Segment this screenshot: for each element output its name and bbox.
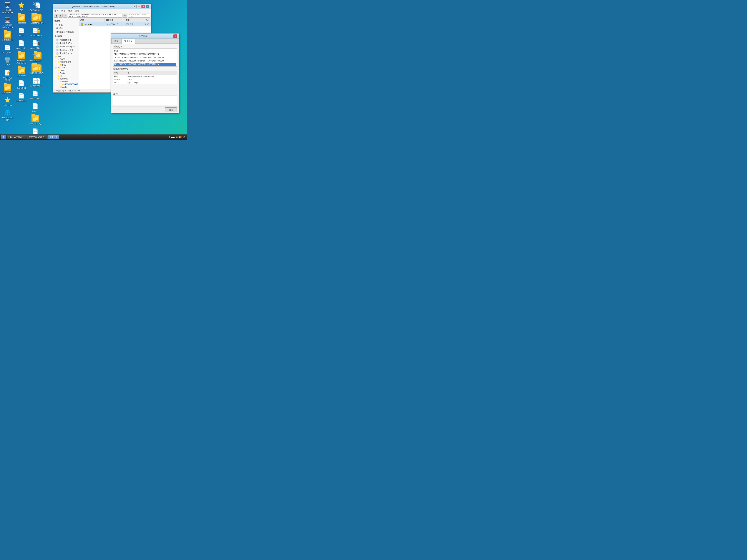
systembid-icon: 📄 xyxy=(18,92,25,99)
icon-systembid2[interactable]: 📄 system|Bd... xyxy=(29,39,42,50)
tab-security-catalog[interactable]: 安全目录 xyxy=(121,39,135,44)
up-button[interactable]: ↑ xyxy=(63,14,67,18)
ie-icon: 🌐 xyxy=(4,109,11,116)
tree-config[interactable]: 📁 config xyxy=(53,86,79,88)
txt-icon: 📝 xyxy=(4,69,11,76)
catalog-list[interactable]: 标记 1E6927D160C361C705D3C191868265B7DC1E2… xyxy=(113,49,177,67)
icon-systemlog[interactable]: 📄 system.LO... xyxy=(15,39,28,50)
icon-system-file[interactable]: 📄 system xyxy=(29,102,42,113)
icon-xinjian-txt[interactable]: 📝 新建文本文稿.txt xyxy=(1,68,14,82)
catalog-entry-label[interactable]: 标记 xyxy=(113,49,176,53)
sidebar-local-d[interactable]: 💿 本地磁盘 (D:) xyxy=(53,42,79,45)
explorer-sidebar: 收藏夹 ⬇ 下载 🖥 桌面 📌 最近访问的位置 这台电脑 xyxy=(53,18,79,89)
folder5-icon: 📁 xyxy=(18,67,25,74)
close-button[interactable]: ✕ xyxy=(141,5,145,8)
dialog-tabs: 常规 安全目录 xyxy=(111,39,179,44)
menu-view[interactable]: 查看 xyxy=(75,10,79,12)
tray-volume[interactable]: 🔊 xyxy=(176,136,178,138)
icon-zhitai[interactable]: 🖥️ 这台电脑添加注册.reg xyxy=(1,1,14,14)
tree-fonts[interactable]: 📁 Fonts xyxy=(53,72,79,75)
icon-xinjian5[interactable]: 📁 新建文件夹 xyxy=(15,66,28,77)
tray-lang[interactable]: 中 xyxy=(169,136,171,138)
col-header-name[interactable]: 名称 xyxy=(79,18,104,22)
tree-winboot[interactable]: 📁 Boot xyxy=(53,69,79,72)
icon-resources[interactable]: 📁 Resources xyxy=(15,14,28,25)
icon-kerneldrive[interactable]: 🔧 KernelDriv... xyxy=(29,51,42,62)
sidebar-download[interactable]: ⬇ 下载 xyxy=(53,23,79,26)
computer-section: 这台电脑 💿 Imgboot (C:) 💿 本地磁盘 (D:) 💿 PrimoC… xyxy=(53,34,79,89)
tree-f750-icon: 📂 xyxy=(62,83,64,85)
dialog-close-button[interactable]: ✕ xyxy=(174,34,177,38)
sidebar-primocache[interactable]: 💿 PrimoCache (E:) xyxy=(53,45,79,48)
tree-boot2[interactable]: 📁 BOOT xyxy=(53,63,79,66)
tray-network[interactable]: 📶 xyxy=(178,136,181,138)
menu-file[interactable]: 文件 xyxy=(54,10,58,12)
icon-bcd[interactable]: 📄 BCD{54df4... xyxy=(1,43,14,54)
icon-bcd54df2[interactable]: 📄 BCD{54df4... xyxy=(29,127,42,134)
ok-button[interactable]: 确定 xyxy=(165,107,177,112)
minimize-button[interactable]: ─ xyxy=(133,5,136,8)
search-box[interactable]: 搜索"{F750E6C3-38EE-11D1... xyxy=(128,14,150,18)
icon-jizhu[interactable]: 🖥️ 计算机注册表添加加.reg xyxy=(1,16,14,29)
sidebar-bootcamp[interactable]: 💿 BootCamp (F:) xyxy=(53,48,79,52)
icon-xinjian6[interactable]: 📁 新建文件夹 xyxy=(29,14,42,25)
col-header-type[interactable]: 类型 xyxy=(124,18,138,22)
taskbar-security[interactable]: 安全目录 xyxy=(48,135,59,139)
sidebar-desktop[interactable]: 🖥 桌面 xyxy=(53,26,79,30)
sidebar-imgboot[interactable]: 💿 Imgboot (C:) xyxy=(53,38,79,42)
tree-system32[interactable]: 📁 system32 xyxy=(53,77,79,80)
tab-general[interactable]: 常规 xyxy=(111,39,121,44)
catalog-entry-3[interactable]: 67A64B089AF3CDBC016932FB1AB644C7FF9A5EF4… xyxy=(113,59,176,62)
col-header-size[interactable]: 大小 xyxy=(139,18,151,22)
tree-microsoft[interactable]: 📁 MICROSOFT xyxy=(53,61,79,63)
forward-button[interactable]: ▶ xyxy=(58,14,62,18)
icon-xinjian2[interactable]: 📁 新建文件夹(6) xyxy=(1,83,14,94)
icon-listary[interactable]: ⭐ Listary Pro xyxy=(1,96,14,107)
icon-drivers[interactable]: 📁 drivers测试测试问1问题 xyxy=(15,51,28,64)
icon-bcd54df[interactable]: 📄 BCD{54df4... xyxy=(29,77,42,87)
file-oem1-type: 安全目录 xyxy=(126,23,139,26)
help-button[interactable]: ? xyxy=(146,5,149,8)
tree-inf[interactable]: 📁 inf xyxy=(53,75,79,77)
start-button[interactable]: ⊞ xyxy=(1,135,6,139)
icon-xinjian7[interactable]: 📁 新建文件夹(3) xyxy=(29,64,42,75)
tree-f750[interactable]: 📂 {F750E6C3-38E xyxy=(53,83,79,86)
catalog-entry-2[interactable]: 381B4FF7CDD8AED92E0EAFF0CDB44CB75637F614… xyxy=(113,56,176,59)
catalog-entry-4-selected[interactable]: B05076134969D6A2E2ABF3A6E13D234BEE7BBEEA xyxy=(113,62,176,66)
taskbar-explorer[interactable]: {F750E6C3-38EE-... xyxy=(27,135,48,139)
tree-efi[interactable]: 📁 EFI xyxy=(53,55,79,58)
tree-boot1[interactable]: 📁 BOOT xyxy=(53,58,79,61)
catalog-entry-1[interactable]: 1E6927D160C361C705D3C191868265B7DC1E2928 xyxy=(113,53,176,56)
icon-recycle[interactable]: 🗑️ 回收站 xyxy=(1,56,14,67)
tree-windows[interactable]: 📁 Windows xyxy=(53,66,79,69)
desktop-icon-sidebar: 🖥 xyxy=(56,27,58,30)
icon-tim[interactable]: ⭐ TIM xyxy=(15,1,28,12)
baksoftew-icon: 🔧 xyxy=(31,1,39,9)
icon-bcd2[interactable]: 📄 BCD xyxy=(15,26,28,37)
icon-xinjian8[interactable]: 📁 新建文件夹(4) xyxy=(29,114,42,125)
file-row-oem1[interactable]: 🔒 oem1.cat 2016/3/5 4:17 安全目录 10 KB xyxy=(79,22,151,26)
icon-systembid[interactable]: 📄 system|Bid... xyxy=(15,91,28,102)
sidebar-recent[interactable]: 📌 最近访问的位置 xyxy=(53,30,79,33)
menu-home[interactable]: 主页 xyxy=(61,10,66,12)
refresh-button[interactable]: ↻ xyxy=(123,14,127,18)
explorer-title: {F750E6C3-38EE-11D1-85E5-00C04FC295EE} xyxy=(54,5,133,7)
icon-system0d[interactable]: 📄 system|0d... xyxy=(29,89,42,100)
sidebar-local-g[interactable]: 💿 本地磁盘 (G:) xyxy=(53,52,79,55)
icon-baksoftew[interactable]: 🔧 BAKsoftew... xyxy=(29,1,42,12)
icon-xinjian1[interactable]: 📁 新建文件夹(5) xyxy=(1,31,14,42)
icon-ie[interactable]: 🌐 Internet Explorer xyxy=(1,108,14,122)
explorer-titlebar: {F750E6C3-38EE-11D1-85E5-00C04FC295EE} ─… xyxy=(53,4,151,9)
tray-ime[interactable]: ◀|▶ xyxy=(171,136,175,138)
drive-icon: 💿 xyxy=(56,38,59,41)
menu-share[interactable]: 共享 xyxy=(68,10,72,12)
system0d-label: system|0d... xyxy=(30,98,40,100)
back-button[interactable]: ◀ xyxy=(54,14,58,18)
tree-catroot[interactable]: 📁 catroot xyxy=(53,80,79,83)
taskbar-catroot-sign[interactable]: 对Catroot下签名文... xyxy=(7,135,27,139)
icon-bcdlog2[interactable]: 📄 BCD.LOG2 xyxy=(29,26,42,37)
col-header-date[interactable]: 修改日期 xyxy=(104,18,125,22)
icon-bcdlog1[interactable]: 📄 BCD.LOG1 xyxy=(15,79,28,90)
address-bar[interactable]: 🗂 Windows > system32 > catroot > {F750E6… xyxy=(68,14,123,18)
maximize-button[interactable]: □ xyxy=(137,5,141,8)
